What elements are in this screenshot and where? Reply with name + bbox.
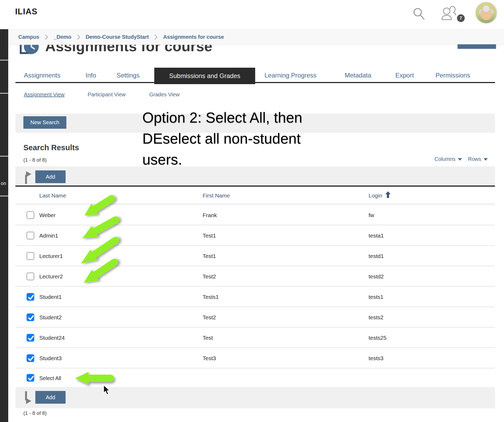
- apply-bottom-toolbar: Add: [15, 387, 495, 408]
- top-bar: ILIAS 7: [0, 0, 504, 29]
- select-all-checkbox[interactable]: [27, 374, 34, 382]
- select-all-label: Select All: [39, 369, 61, 389]
- add-button-top[interactable]: Add: [35, 170, 66, 183]
- tab-assignments[interactable]: Assignments: [24, 68, 60, 83]
- breadcrumb-item-campus[interactable]: Campus: [18, 34, 39, 40]
- sort-ascending-icon: [385, 191, 391, 198]
- contacts-icon[interactable]: [440, 6, 456, 21]
- apply-top-toolbar: Add: [15, 166, 495, 188]
- row-checkbox[interactable]: [27, 232, 34, 239]
- cell-last-name: Weber: [39, 205, 55, 225]
- apply-down-arrow-icon: [23, 391, 34, 404]
- tab-permissions[interactable]: Permissions: [435, 68, 470, 83]
- tab-metadata[interactable]: Metadata: [345, 68, 371, 83]
- cell-last-name: Lecturer1: [39, 246, 63, 266]
- search-icon[interactable]: [412, 7, 426, 21]
- rail-separator: [0, 93, 8, 94]
- tab-settings[interactable]: Settings: [117, 68, 140, 83]
- cell-last-name: Student2: [39, 307, 62, 328]
- rail-partial-label: on: [1, 181, 6, 186]
- row-checkbox[interactable]: [27, 293, 34, 301]
- cell-last-name: Admin1: [39, 225, 58, 246]
- subtab-grades-view[interactable]: Grades View: [149, 89, 180, 100]
- table-row: Student2 Test2 tests2: [15, 307, 495, 328]
- cell-first-name: Test1: [203, 246, 216, 266]
- column-header-last-name[interactable]: Last Name: [39, 187, 66, 204]
- breadcrumb-item-course[interactable]: Demo-Course StudyStart: [86, 34, 149, 40]
- cell-login: testd1: [369, 246, 384, 266]
- new-search-button[interactable]: New Search: [23, 116, 66, 129]
- cutoff-action-button[interactable]: [458, 44, 496, 49]
- cell-last-name: Student3: [39, 348, 62, 368]
- cell-first-name: Test: [203, 328, 213, 348]
- cell-first-name: Test1: [203, 225, 216, 246]
- tab-info[interactable]: Info: [86, 68, 96, 83]
- results-range-top: (1 - 8 of 8): [23, 157, 47, 163]
- cell-first-name: Test3: [203, 348, 216, 368]
- table-row: Student1 Tests1 tests1: [15, 287, 495, 307]
- chevron-down-icon: [458, 158, 462, 161]
- chevron-right-icon: [45, 34, 48, 40]
- add-button-bottom[interactable]: Add: [35, 391, 66, 404]
- cell-login: tests3: [369, 348, 383, 368]
- search-results-heading: Search Results: [23, 143, 79, 152]
- tab-export[interactable]: Export: [395, 68, 414, 83]
- breadcrumb-item-demo[interactable]: _Demo: [54, 34, 71, 40]
- columns-dropdown[interactable]: Columns: [434, 156, 462, 162]
- ilias-logo[interactable]: ILIAS: [15, 7, 37, 16]
- cell-last-name: Student24: [39, 328, 65, 348]
- table-row: Lecturer1 Test1 testd1: [15, 246, 495, 266]
- table-row: Lecturer2 Test2 testd2: [15, 266, 495, 287]
- avatar[interactable]: [475, 2, 497, 24]
- table-row: Weber Frank fw: [15, 205, 495, 225]
- table-row: Student3 Test3 tests3: [15, 348, 495, 368]
- ilias-app-window: Assignments for course ILIAS 7 on Campus…: [0, 0, 504, 422]
- cell-first-name: Test2: [203, 266, 216, 287]
- rail-separator: [0, 156, 8, 157]
- left-nav-rail[interactable]: on: [0, 29, 8, 422]
- select-all-row: Select All: [15, 369, 495, 388]
- breadcrumb: Campus _Demo Demo-Course StudyStart Assi…: [8, 29, 504, 45]
- contacts-badge[interactable]: 7: [457, 14, 465, 22]
- cell-login: tests25: [369, 328, 387, 348]
- column-header-first-name[interactable]: First Name: [203, 187, 230, 204]
- apply-up-arrow-icon: [23, 171, 34, 184]
- rows-dropdown[interactable]: Rows: [468, 156, 488, 162]
- cell-login: testd2: [369, 266, 384, 287]
- cell-last-name: Student1: [39, 287, 62, 307]
- row-checkbox[interactable]: [27, 273, 34, 280]
- table-row: Student24 Test tests25: [15, 328, 495, 348]
- row-checkbox[interactable]: [27, 334, 34, 342]
- row-checkbox[interactable]: [27, 211, 34, 219]
- subtab-assignment-view[interactable]: Assignment View: [24, 89, 65, 100]
- chevron-right-icon: [77, 34, 80, 40]
- tab-learning-progress[interactable]: Learning Progress: [264, 68, 317, 83]
- subtab-participant-view[interactable]: Participant View: [88, 89, 126, 100]
- chevron-right-icon: [154, 34, 158, 40]
- chevron-down-icon: [484, 158, 488, 161]
- row-checkbox[interactable]: [27, 313, 34, 321]
- table-row: Admin1 Test1 testa1: [15, 225, 495, 246]
- results-range-bottom: (1 - 8 of 8): [23, 410, 47, 416]
- row-checkbox[interactable]: [27, 252, 34, 260]
- cell-login: testa1: [369, 225, 384, 246]
- tab-submissions-and-grades[interactable]: Submissions and Grades: [154, 68, 255, 84]
- cell-first-name: Tests1: [203, 287, 219, 307]
- breadcrumb-item-assignments[interactable]: Assignments for course: [163, 34, 224, 40]
- row-checkbox[interactable]: [27, 354, 34, 362]
- rail-separator: [0, 196, 8, 196]
- table-header-row: Last Name First Name Login: [15, 187, 495, 204]
- cell-first-name: Frank: [203, 205, 217, 225]
- column-header-login[interactable]: Login: [369, 187, 391, 204]
- cell-login: fw: [369, 205, 374, 225]
- cell-login: tests2: [369, 307, 383, 328]
- rail-separator: [0, 60, 8, 61]
- cell-first-name: Test2: [203, 307, 216, 328]
- cell-last-name: Lecturer2: [39, 266, 63, 287]
- cell-login: tests1: [369, 287, 383, 307]
- search-toolbar: New Search: [15, 114, 495, 133]
